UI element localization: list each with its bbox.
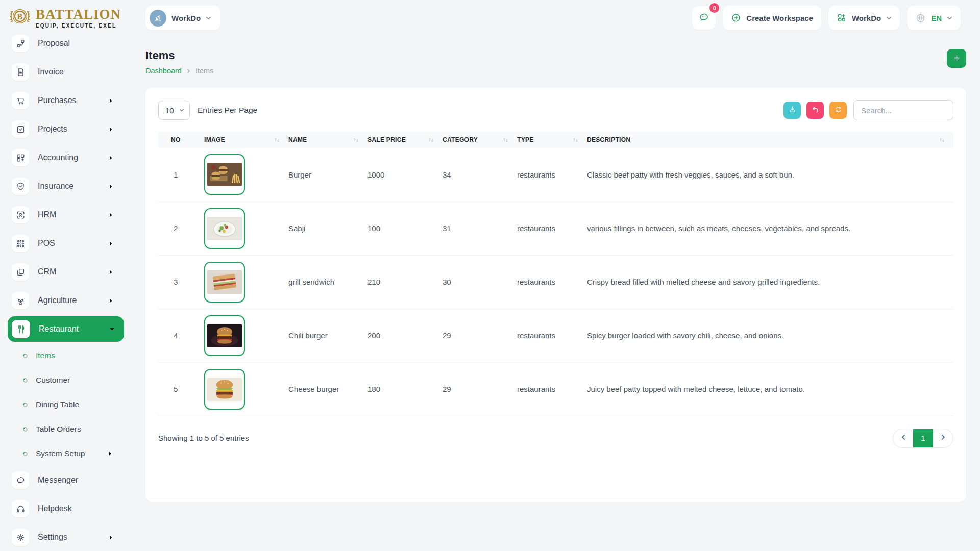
sidebar-item-projects[interactable]: Projects (8, 115, 124, 143)
chevron-right-icon (186, 69, 191, 73)
cell-name: Burger (288, 148, 368, 202)
column-header-name[interactable]: NAME (288, 132, 368, 148)
pagination: 1 (893, 429, 953, 448)
items-card: 10 Entries Per Page NOIMAGENAMESALE (145, 88, 966, 502)
chevron-right-icon (108, 212, 114, 218)
bullet-icon (22, 353, 29, 359)
cell-no: 5 (158, 362, 204, 416)
language-selector[interactable]: EN (907, 6, 961, 30)
reset-button[interactable] (806, 102, 824, 119)
create-workspace-button[interactable]: Create Workspace (723, 6, 821, 30)
sort-icon[interactable] (274, 137, 280, 143)
sidebar-subitem-table-orders[interactable]: Table Orders (8, 417, 124, 441)
sidebar-subitem-system-setup[interactable]: System Setup (8, 441, 124, 466)
chevron-right-icon (108, 535, 114, 540)
messages-badge: 0 (709, 3, 719, 13)
sidebar-item-settings[interactable]: Settings (8, 523, 124, 551)
cell-image (204, 309, 288, 362)
cell-image (204, 362, 288, 416)
cell-name: Sabji (288, 202, 368, 255)
pagination-page-button[interactable]: 1 (913, 429, 933, 447)
sidebar-item-pos[interactable]: POS (8, 229, 124, 258)
chevron-down-icon (206, 15, 211, 21)
chat-icon (12, 471, 29, 489)
chevron-left-icon (900, 434, 906, 442)
sidebar-item-accounting[interactable]: Accounting (8, 143, 124, 172)
sidebar-subitem-customer[interactable]: Customer (8, 368, 124, 392)
cell-description: Juicy beef patty topped with melted chee… (587, 362, 953, 416)
undo-icon (811, 105, 820, 115)
messages-button[interactable]: 0 (692, 6, 716, 30)
table-row: 5Cheese burger18029restaurantsJuicy beef… (158, 362, 953, 416)
sidebar-item-agriculture[interactable]: Agriculture (8, 286, 124, 315)
item-image[interactable] (204, 262, 245, 303)
proposal-icon (12, 35, 29, 52)
bullet-icon (22, 426, 29, 433)
workspace-avatar (150, 10, 166, 27)
sidebar-item-invoice[interactable]: Invoice (8, 58, 124, 86)
sidebar-subitem-dining-table[interactable]: Dining Table (8, 392, 124, 417)
item-image[interactable] (204, 154, 245, 195)
item-image[interactable] (204, 208, 245, 249)
sandwich-photo (207, 270, 242, 294)
sidebar-item-proposal[interactable]: Proposal (8, 29, 124, 58)
column-header-image[interactable]: IMAGE (204, 132, 288, 148)
column-header-no[interactable]: NO (158, 132, 204, 148)
workspace-selector[interactable]: WorkDo (145, 6, 220, 30)
table-toolbar: 10 Entries Per Page (158, 100, 953, 120)
sidebar-item-helpdesk[interactable]: Helpdesk (8, 494, 124, 523)
cheese-burger-photo (207, 378, 242, 401)
cell-sale-price: 1000 (368, 148, 443, 202)
chevron-down-icon (947, 15, 952, 21)
pagination-next-button[interactable] (933, 429, 953, 447)
table-footer: Showing 1 to 5 of 5 entries 1 (158, 429, 953, 448)
sidebar-item-messenger[interactable]: Messenger (8, 466, 124, 494)
breadcrumb-dashboard-link[interactable]: Dashboard (145, 67, 182, 75)
bullet-icon (22, 377, 29, 384)
workdo-menu-button[interactable]: WorkDo (828, 6, 900, 30)
download-icon (788, 105, 797, 115)
sidebar-item-restaurant[interactable]: Restaurant (8, 316, 124, 342)
sort-icon[interactable] (502, 137, 509, 143)
cell-sale-price: 210 (368, 255, 443, 309)
column-header-category[interactable]: CATEGORY (443, 132, 517, 148)
burger-photo (207, 163, 242, 186)
column-header-description[interactable]: DESCRIPTION (587, 132, 953, 148)
chevron-right-icon (940, 434, 946, 442)
cell-category: 29 (443, 362, 517, 416)
plus-icon (952, 54, 961, 64)
table-header-row: NOIMAGENAMESALE PRICECATEGORYTYPEDESCRIP… (158, 132, 953, 148)
workspace-name: WorkDo (172, 14, 201, 22)
item-image[interactable] (204, 315, 245, 356)
pagination-prev-button[interactable] (893, 429, 913, 447)
items-table: NOIMAGENAMESALE PRICECATEGORYTYPEDESCRIP… (158, 132, 953, 416)
sidebar-item-insurance[interactable]: Insurance (8, 172, 124, 201)
add-item-button[interactable] (947, 49, 966, 68)
cell-sale-price: 180 (368, 362, 443, 416)
cell-name: grill sendwich (288, 255, 368, 309)
copy-icon (12, 263, 29, 281)
column-header-sale-price[interactable]: SALE PRICE (368, 132, 443, 148)
sort-icon[interactable] (572, 137, 579, 143)
sidebar-subitem-items[interactable]: Items (8, 343, 124, 368)
cell-sale-price: 200 (368, 309, 443, 362)
fork-knife-icon (12, 320, 30, 338)
item-image[interactable] (204, 369, 245, 410)
table-row: 2Sabji10031restaurantsvarious fillings i… (158, 202, 953, 255)
sidebar-item-purchases[interactable]: Purchases (8, 86, 124, 115)
cell-no: 4 (158, 309, 204, 362)
column-header-type[interactable]: TYPE (517, 132, 587, 148)
sort-icon[interactable] (353, 137, 359, 143)
sort-icon[interactable] (939, 137, 945, 143)
cell-description: various fillings in between, such as mea… (587, 202, 953, 255)
export-button[interactable] (783, 102, 801, 119)
cart-icon (12, 92, 29, 109)
sidebar-item-crm[interactable]: CRM (8, 258, 124, 286)
chevron-right-icon (108, 98, 114, 104)
sort-icon[interactable] (428, 137, 434, 143)
entries-per-page-select[interactable]: 10 (158, 101, 190, 120)
refresh-button[interactable] (829, 102, 847, 119)
search-input[interactable] (853, 100, 953, 120)
cell-sale-price: 100 (368, 202, 443, 255)
sidebar-item-hrm[interactable]: HRM (8, 201, 124, 229)
